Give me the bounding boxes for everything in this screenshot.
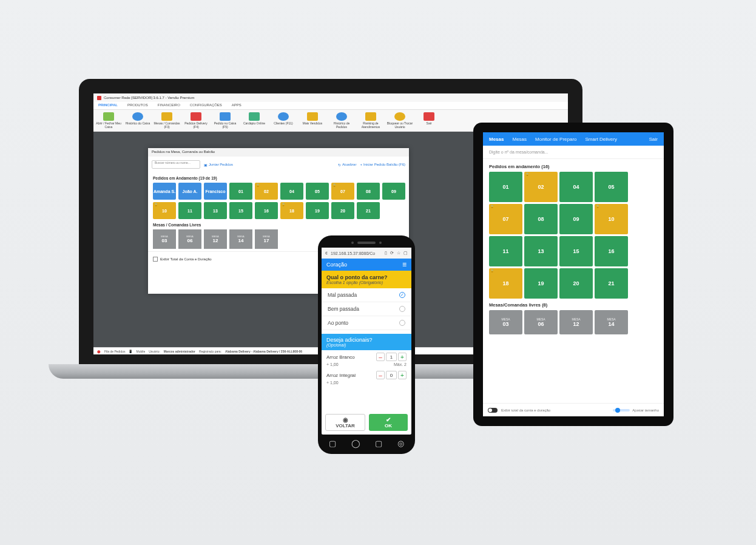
free-table-tile[interactable]: MESA03	[489, 310, 522, 334]
table-tile[interactable]: 18	[489, 268, 522, 299]
table-tile[interactable]: 08	[357, 183, 380, 200]
ribbon-button[interactable]: Sair	[415, 111, 443, 130]
ribbon-button[interactable]: Ranking de Atendimentos	[357, 111, 385, 130]
show-total-label: Exibir total da conta e duração	[501, 408, 550, 412]
free-table-tile[interactable]: MESA06	[524, 310, 558, 334]
menu-tab[interactable]: APPS	[227, 102, 246, 109]
menu-tabstrip[interactable]: PRINCIPAL PRODUTOS FINANCEIRO CONFIGURAÇ…	[93, 102, 568, 109]
reader-icon[interactable]: ▯	[385, 251, 387, 256]
table-tile[interactable]: 11	[178, 202, 201, 219]
show-total-checkbox[interactable]	[153, 257, 158, 262]
table-tile[interactable]: 13	[524, 236, 558, 266]
free-table-tile[interactable]: MESA14	[595, 310, 628, 334]
option-row[interactable]: Ao ponto	[322, 316, 411, 330]
menu-icon[interactable]: ≡	[402, 260, 407, 269]
table-tile[interactable]: 10	[595, 204, 628, 234]
tabs-icon[interactable]: ▢	[403, 251, 408, 256]
free-table-tile[interactable]: MESA06	[178, 229, 201, 249]
sys-overview-icon[interactable]: ◎	[397, 439, 404, 448]
menu-tab[interactable]: PRODUTOS	[123, 102, 153, 109]
table-tile[interactable]: 01	[229, 183, 252, 200]
table-tile[interactable]: 20	[331, 202, 354, 219]
option-row[interactable]: Mal passada ✓	[322, 288, 411, 302]
table-tile[interactable]: 10	[153, 202, 176, 219]
menu-tab[interactable]: PRINCIPAL	[93, 102, 123, 109]
table-tile[interactable]: 04	[559, 172, 593, 202]
table-tile[interactable]: 02	[524, 172, 558, 202]
nav-tab[interactable]: Smart Delivery	[586, 137, 617, 142]
ribbon-button[interactable]: Histórico do Caixa	[124, 111, 152, 130]
start-counter-order-button[interactable]: + Iniciar Pedido Balcão (F6)	[360, 163, 405, 166]
table-tile[interactable]: 21	[357, 202, 380, 219]
menu-tab[interactable]: CONFIGURAÇÕES	[185, 102, 227, 109]
table-tile[interactable]: 15	[559, 236, 593, 266]
nav-tab[interactable]: Monitor de Preparo	[535, 137, 576, 142]
browser-url-bar[interactable]: ᴄ 192.168.15.37:8080/Co ▯ ⟳ ☆ ▢	[322, 248, 411, 259]
nav-tab[interactable]: Mesas	[489, 137, 504, 142]
logout-button[interactable]: Sair	[649, 137, 658, 142]
table-tile[interactable]: 07	[331, 183, 354, 200]
table-tile[interactable]: 05	[306, 183, 329, 200]
sys-back-icon[interactable]: ▢	[375, 439, 382, 448]
minus-button[interactable]: –	[376, 371, 385, 379]
ribbon-button[interactable]: Mais Vendidos	[299, 111, 326, 130]
ribbon-button[interactable]: Mesas / Comandas (F3)	[153, 111, 181, 130]
ribbon-button[interactable]: Histórico de Pedidos	[328, 111, 356, 130]
table-tile[interactable]: João A.	[178, 183, 201, 200]
table-tile[interactable]: 15	[229, 202, 252, 219]
table-tile[interactable]: 02	[255, 183, 278, 200]
ribbon-button[interactable]: Cardápio Online	[240, 111, 268, 130]
merge-orders-button[interactable]: ▣ Juntar Pedidos	[204, 163, 233, 167]
free-table-tile[interactable]: MESA03	[153, 229, 176, 249]
table-tile[interactable]: 16	[255, 202, 278, 219]
free-table-tile[interactable]: MESA12	[559, 310, 593, 334]
radio-icon	[399, 306, 405, 312]
menu-tab[interactable]: FINANCEIRO	[153, 102, 185, 109]
table-tile[interactable]: 11	[489, 236, 522, 266]
free-table-tile[interactable]: MESA12	[204, 229, 227, 249]
ok-button[interactable]: ✔ OK	[369, 414, 408, 431]
show-total-toggle[interactable]	[488, 408, 498, 413]
minus-button[interactable]: –	[376, 353, 385, 361]
table-tile[interactable]: 13	[204, 202, 227, 219]
sys-recent-icon[interactable]: ▢	[329, 439, 336, 448]
table-tile[interactable]: 18	[280, 202, 303, 219]
table-tile[interactable]: Amanda S.	[153, 183, 176, 200]
ribbon-button[interactable]: Pedidos Delivery (F4)	[182, 111, 210, 130]
table-tile[interactable]: 05	[595, 172, 628, 202]
table-tile[interactable]: 21	[595, 268, 628, 299]
table-tile[interactable]: 16	[595, 236, 628, 266]
table-tile[interactable]: 19	[306, 202, 329, 219]
plus-button[interactable]: +	[398, 353, 407, 361]
free-table-tile[interactable]: MESA17	[255, 229, 278, 249]
table-tile[interactable]: 20	[559, 268, 593, 299]
status-mobile[interactable]: Mobile	[136, 350, 145, 353]
table-tile[interactable]: Francisco	[204, 183, 227, 200]
qty-value: 0	[386, 371, 397, 379]
back-button[interactable]: ◉ VOLTAR	[325, 414, 365, 431]
refresh-icon[interactable]: ⟳	[390, 251, 394, 256]
table-tile[interactable]: 09	[559, 204, 593, 234]
sys-home-icon[interactable]: ◯	[351, 439, 360, 448]
ribbon-button[interactable]: Bloquear ou Trocar Usuário	[386, 111, 414, 130]
nav-tab[interactable]: Mesas	[512, 137, 527, 142]
ribbon-button[interactable]: Abrir / Fechar Meu Caixa	[95, 111, 123, 130]
option-row[interactable]: Bem passada	[322, 302, 411, 316]
resize-control[interactable]: Ajustar tamanho	[613, 408, 659, 412]
tablet-search-input[interactable]: Digite o nº da mesa/comanda...	[483, 146, 664, 159]
table-tile[interactable]: 08	[524, 204, 558, 234]
table-tile[interactable]: 19	[524, 268, 558, 299]
table-tile[interactable]: 04	[280, 183, 303, 200]
table-tile[interactable]: 09	[382, 183, 405, 200]
table-tile[interactable]: 01	[489, 172, 522, 202]
plus-button[interactable]: +	[398, 371, 407, 379]
search-input[interactable]: Buscar número ou nome...	[152, 160, 200, 169]
ribbon-button[interactable]: Pedido no Caixa (F5)	[211, 111, 239, 130]
table-tile[interactable]: 07	[489, 204, 522, 234]
tablet-body: Pedidos em andamento (16) 01020405070809…	[483, 159, 664, 403]
free-table-tile[interactable]: MESA14	[229, 229, 252, 249]
star-icon[interactable]: ☆	[397, 251, 400, 256]
refresh-button[interactable]: ↻ Atualizar	[338, 163, 356, 167]
ribbon-button[interactable]: Clientes (F11)	[269, 111, 297, 130]
status-queue[interactable]: Fila de Pedidos	[104, 350, 125, 353]
